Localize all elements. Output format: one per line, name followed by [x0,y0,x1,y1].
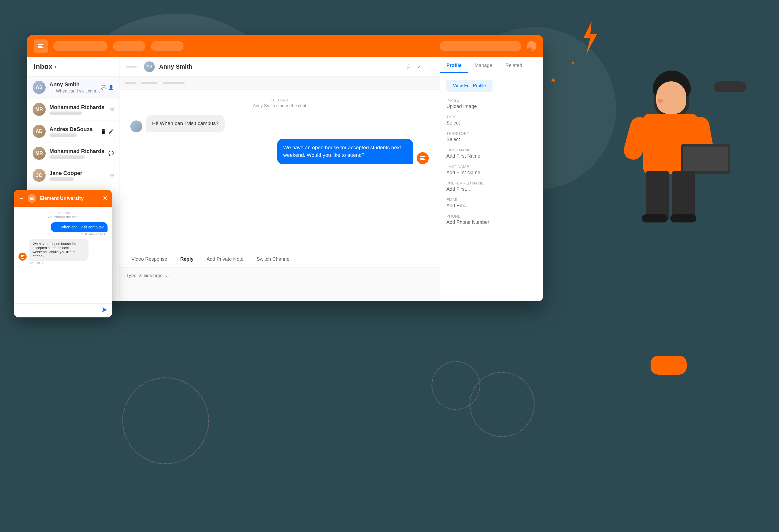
sidebar-item-icons-anny: 💬 👤 [101,85,114,90]
view-full-profile-button[interactable]: View Full Profile [446,80,492,92]
check-icon[interactable]: ✓ [417,63,422,70]
field-value-preferred[interactable]: Add First... [446,186,537,192]
chat-header: AS Anny Smith ☆ ✓ ⋮ [119,57,439,76]
widget-bot-label: BOT [37,261,44,265]
nav-pill-3[interactable] [151,41,184,51]
nav-pill-1[interactable] [53,41,108,51]
msg-avatar-incoming [130,121,142,132]
top-nav [27,35,543,57]
chat-area: AS Anny Smith ☆ ✓ ⋮ 10:09 AM Anny S [119,57,440,301]
svg-rect-10 [30,199,34,200]
sparkle-icon-2: ✦ [550,76,556,85]
sidebar-item-andres[interactable]: AD Andres DeSouza 📱 🎤 [27,121,119,142]
sidebar-item-info-anny: Anny Smith Hi! When can I visit campus? [49,81,101,93]
profile-field-firstname: FIRST NAME Add First Name [446,148,537,159]
status-dot-2 [141,82,158,84]
widget-footer [14,303,112,317]
field-label-phone: PHONE [446,214,537,218]
profile-tabs: Profile Manage Related [440,57,543,73]
profile-field-image: IMAGE Upload Image [446,98,537,109]
field-value-email[interactable]: Add Email [446,203,537,209]
field-value-territory[interactable]: Select [446,137,537,142]
widget-title: Element University [40,196,99,201]
widget-message-incoming: We have an open house for accepted stude… [18,239,108,265]
sparkle-icon-3: ✦ [571,60,575,66]
svg-rect-3 [38,46,42,47]
widget-sender-label: ANNY SMITH [89,232,108,236]
message-row-incoming: Hi! When can I visit campus? [130,115,429,132]
field-value-image[interactable]: Upload Image [446,104,537,109]
sidebar-item-info-andres: Andres DeSouza [49,126,101,137]
widget-bubble-out-text: Hi! When can I visit campus? [51,222,108,232]
field-label-type: TYPE [446,115,537,119]
reply-textarea[interactable] [126,273,433,294]
nav-search[interactable] [440,41,521,51]
field-value-type[interactable]: Select [446,120,537,126]
widget-incoming-row: We have an open house for accepted stude… [18,239,108,261]
profile-field-type: TYPE Select [446,115,537,126]
field-value-firstname[interactable]: Add First Name [446,153,537,159]
svg-rect-11 [21,255,24,256]
sidebar-item-icons-mohammad-1: ✉ [110,107,114,112]
svg-rect-2 [38,44,44,45]
reply-input-area[interactable] [119,267,439,301]
sidebar-title: Inbox [34,62,52,71]
status-dot-3 [163,82,185,84]
sidebar-item-info-jane: Jane Cooper [49,170,110,181]
profile-field-territory: TERRITORY Select [446,131,537,142]
tab-reply[interactable]: Reply [175,254,199,265]
tab-video-response[interactable]: Video Response [126,254,173,265]
star-icon[interactable]: ☆ [406,63,411,70]
chat-contact-name: Anny Smith [159,63,402,70]
widget-window: ← Element University ✕ 10:09 AM You star… [14,190,112,317]
sidebar-item-mohammad-2[interactable]: MR Mohammad Richards 💬 [27,142,119,164]
chat-icon: 💬 [101,85,106,90]
msg-bot-avatar [417,152,429,164]
widget-message-input[interactable] [18,309,99,313]
widget-send-button[interactable] [102,307,108,314]
widget-system-text: You started the chat [18,215,108,219]
sidebar-item-name-andres: Andres DeSouza [49,126,101,132]
logo-icon[interactable] [34,39,48,53]
dropdown-icon[interactable]: ▾ [55,65,56,69]
widget-system-message: 10:09 AM You started the chat [18,211,108,219]
chat-messages: 10:09 AM Anny Smith started the chat Hi!… [119,89,439,251]
sidebar-item-name-mohammad-2: Mohammad Richards [49,148,108,154]
widget-back-button[interactable]: ← [18,195,24,202]
widget-bot-avatar [18,253,26,261]
system-text: Anny Smith started the chat [130,104,429,108]
widget-message-outgoing: Hi! When can I visit campus? 10:09 ANNY … [51,222,108,236]
avatar-anny-smith: AS [33,81,46,94]
field-value-phone[interactable]: Add Phone Number [446,219,537,225]
chat-header-actions: ☆ ✓ ⋮ [406,63,433,70]
sidebar-item-jane[interactable]: JC Jane Cooper ✉ [27,164,119,186]
tab-add-private-note[interactable]: Add Private Note [201,254,249,265]
sidebar-item-name-anny: Anny Smith [49,81,101,88]
sidebar-item-mohammad-1[interactable]: MR Mohammad Richards ✉ [27,98,119,121]
field-value-lastname[interactable]: Add First Name [446,170,537,176]
sidebar-item-preview-mohammad-2 [49,155,85,159]
svg-rect-8 [30,197,34,198]
field-label-territory: TERRITORY [446,131,537,136]
sidebar-item-info-mohammad-2: Mohammad Richards [49,148,108,159]
widget-incoming-meta: 10:10 BOT [29,261,108,265]
tab-switch-channel[interactable]: Switch Channel [251,254,296,265]
sidebar-item-anny-smith[interactable]: AS Anny Smith Hi! When can I visit campu… [27,76,119,98]
widget-messages: 10:09 AM You started the chat Hi! When c… [14,207,112,303]
tab-profile[interactable]: Profile [440,59,468,73]
svg-rect-4 [38,47,44,48]
dashed-circle-3 [431,361,480,410]
tab-manage[interactable]: Manage [468,59,499,73]
tab-related[interactable]: Related [499,59,529,73]
widget-header: ← Element University ✕ [14,190,112,207]
svg-rect-12 [21,256,23,257]
more-options-icon[interactable]: ⋮ [427,63,433,70]
avatar-andres: AD [33,125,46,138]
widget-close-button[interactable]: ✕ [103,195,108,202]
chat-icon-2: 💬 [108,151,114,156]
email-icon: ✉ [110,107,114,112]
nav-pill-2[interactable] [113,41,145,51]
widget-system-time: 10:09 AM [18,211,108,215]
sidebar-item-preview-mohammad-1 [49,112,82,115]
svg-rect-6 [420,157,424,159]
